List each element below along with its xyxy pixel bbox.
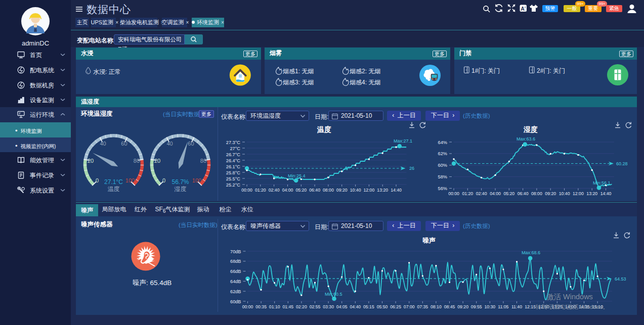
svg-text:09:20: 09:20 — [545, 191, 556, 196]
svg-text:01:45: 01:45 — [282, 304, 293, 309]
svg-text:06:40: 06:40 — [518, 191, 529, 196]
svg-text:68dB: 68dB — [230, 259, 241, 264]
svg-text:60%: 60% — [438, 163, 447, 168]
svg-text:08:00: 08:00 — [323, 188, 334, 193]
svg-text:Min:25.4: Min:25.4 — [288, 173, 306, 178]
svg-text:26.4°C: 26.4°C — [226, 158, 241, 163]
svg-text:62dB: 62dB — [230, 289, 241, 294]
svg-text:04:00: 04:00 — [490, 191, 501, 196]
svg-text:Max:63.6: Max:63.6 — [517, 136, 535, 142]
svg-text:05:15: 05:15 — [363, 304, 374, 309]
svg-text:05:20: 05:20 — [295, 188, 307, 193]
svg-text:04:00: 04:00 — [282, 188, 293, 193]
svg-text:10:40: 10:40 — [350, 188, 361, 193]
svg-text:60dB: 60dB — [230, 299, 241, 304]
svg-text:07:35: 07:35 — [417, 304, 428, 309]
svg-text:10:30: 10:30 — [484, 304, 495, 309]
svg-text:Min:56.1: Min:56.1 — [593, 180, 611, 185]
svg-text:Max:27.1: Max:27.1 — [394, 138, 412, 144]
svg-text:03:30: 03:30 — [323, 304, 334, 309]
svg-text:27.3°C: 27.3°C — [226, 140, 241, 145]
svg-text:12:15: 12:15 — [525, 304, 536, 309]
svg-text:12:00: 12:00 — [364, 188, 375, 193]
svg-text:00:00: 00:00 — [241, 188, 252, 193]
svg-text:04:40: 04:40 — [350, 304, 361, 309]
svg-text:02:55: 02:55 — [310, 304, 321, 309]
svg-text:14:40: 14:40 — [600, 191, 612, 196]
svg-text:00:00: 00:00 — [448, 191, 459, 196]
svg-text:64.53: 64.53 — [615, 276, 626, 282]
svg-text:01:10: 01:10 — [269, 304, 280, 309]
svg-text:09:20: 09:20 — [457, 304, 468, 309]
svg-text:07:00: 07:00 — [404, 304, 415, 309]
svg-text:12:00: 12:00 — [573, 191, 584, 196]
svg-text:13:20: 13:20 — [586, 191, 597, 196]
svg-text:25.5°C: 25.5°C — [226, 176, 241, 181]
svg-text:13:20: 13:20 — [377, 188, 388, 193]
svg-text:60.28: 60.28 — [616, 161, 628, 166]
svg-text:05:20: 05:20 — [503, 191, 514, 196]
svg-text:08:10: 08:10 — [431, 304, 442, 309]
svg-text:25.8°C: 25.8°C — [226, 170, 241, 175]
svg-text:02:20: 02:20 — [296, 304, 307, 309]
svg-text:09:55: 09:55 — [471, 304, 482, 309]
svg-text:10:40: 10:40 — [559, 191, 570, 196]
svg-text:25.2°C: 25.2°C — [226, 182, 241, 188]
svg-text:26.1°C: 26.1°C — [226, 164, 241, 169]
svg-text:02:40: 02:40 — [269, 188, 280, 193]
svg-text:06:40: 06:40 — [309, 188, 320, 193]
svg-text:08:00: 08:00 — [531, 191, 542, 196]
svg-text:06:25: 06:25 — [390, 304, 401, 309]
svg-text:26.7°C: 26.7°C — [226, 152, 241, 157]
svg-text:08:45: 08:45 — [444, 304, 455, 309]
svg-text:27°C: 27°C — [230, 146, 240, 151]
svg-text:70dB: 70dB — [230, 249, 241, 254]
svg-text:64%: 64% — [438, 140, 447, 145]
svg-text:00:35: 00:35 — [255, 304, 267, 309]
svg-text:11:05: 11:05 — [498, 304, 508, 309]
svg-text:05:50: 05:50 — [377, 304, 388, 309]
svg-text:26: 26 — [409, 166, 414, 171]
svg-text:56%: 56% — [438, 186, 447, 191]
svg-text:01:20: 01:20 — [255, 188, 266, 193]
svg-text:04:05: 04:05 — [336, 304, 348, 309]
svg-text:14:40: 14:40 — [391, 188, 402, 193]
svg-text:09:20: 09:20 — [336, 188, 348, 193]
svg-text:64dB: 64dB — [230, 279, 241, 284]
svg-text:66dB: 66dB — [230, 269, 241, 274]
svg-text:11:40: 11:40 — [511, 304, 522, 309]
svg-text:02:40: 02:40 — [476, 191, 487, 196]
svg-text:00:00: 00:00 — [242, 304, 253, 309]
svg-text:58%: 58% — [438, 174, 447, 179]
svg-text:Min:60.5: Min:60.5 — [325, 292, 342, 297]
svg-text:Max:68.6: Max:68.6 — [522, 250, 540, 255]
svg-text:62%: 62% — [438, 151, 447, 156]
svg-text:01:20: 01:20 — [462, 191, 473, 196]
